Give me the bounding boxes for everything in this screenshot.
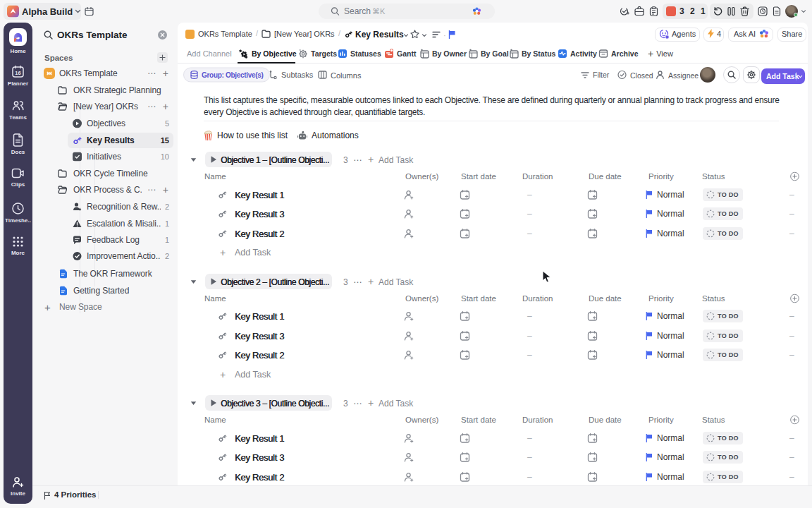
svg-text:16: 16 (15, 70, 20, 76)
